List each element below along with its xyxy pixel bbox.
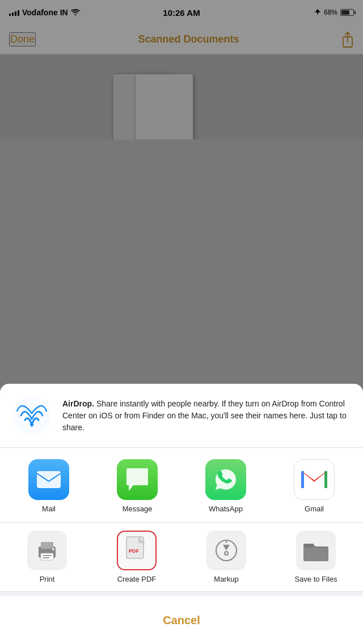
gmail-app-icon bbox=[294, 459, 335, 500]
create-pdf-icon-wrap: PDF bbox=[117, 531, 157, 570]
svg-rect-10 bbox=[43, 555, 52, 556]
mail-app-label: Mail bbox=[42, 505, 56, 513]
apps-section: Mail Message bbox=[0, 448, 363, 523]
action-item-save-to-files[interactable]: Save to Files bbox=[279, 531, 353, 583]
airdrop-description: AirDrop. Share instantly with people nea… bbox=[62, 398, 352, 434]
print-label: Print bbox=[40, 575, 55, 583]
apps-row: Mail Message bbox=[0, 459, 363, 513]
mail-envelope-icon bbox=[36, 471, 61, 489]
actions-row: Print PDF Create PDF bbox=[0, 531, 363, 583]
actions-section: Print PDF Create PDF bbox=[0, 523, 363, 592]
create-pdf-label: Create PDF bbox=[117, 575, 157, 583]
cancel-button[interactable]: Cancel bbox=[7, 604, 356, 636]
action-item-print[interactable]: Print bbox=[10, 531, 84, 583]
message-app-label: Message bbox=[123, 505, 153, 513]
svg-rect-8 bbox=[41, 542, 53, 549]
create-pdf-icon: PDF bbox=[124, 536, 149, 565]
markup-icon-wrap bbox=[206, 531, 246, 570]
svg-point-2 bbox=[12, 396, 51, 435]
airdrop-icon bbox=[11, 395, 52, 436]
print-icon-wrap bbox=[27, 531, 67, 570]
markup-label: Markup bbox=[214, 575, 238, 583]
cancel-section: Cancel bbox=[0, 596, 363, 644]
mail-app-icon bbox=[28, 459, 69, 500]
share-sheet-overlay: AirDrop. Share instantly with people nea… bbox=[0, 0, 363, 644]
svg-point-12 bbox=[52, 548, 54, 550]
svg-rect-4 bbox=[37, 471, 61, 488]
app-item-message[interactable]: Message bbox=[106, 459, 168, 513]
action-item-markup[interactable]: Markup bbox=[189, 531, 263, 583]
gmail-app-label: Gmail bbox=[305, 505, 324, 513]
print-icon bbox=[34, 539, 60, 562]
whatsapp-app-label: WhatsApp bbox=[209, 505, 243, 513]
app-item-gmail[interactable]: Gmail bbox=[283, 459, 345, 513]
share-sheet: AirDrop. Share instantly with people nea… bbox=[0, 384, 363, 644]
airdrop-section[interactable]: AirDrop. Share instantly with people nea… bbox=[0, 384, 363, 448]
airdrop-title: AirDrop. bbox=[62, 399, 94, 408]
svg-point-3 bbox=[30, 423, 33, 426]
save-to-files-label: Save to Files bbox=[294, 575, 337, 583]
save-to-files-icon-wrap bbox=[296, 531, 336, 570]
gmail-logo-icon bbox=[300, 469, 328, 490]
svg-rect-11 bbox=[43, 557, 49, 558]
action-item-create-pdf[interactable]: PDF Create PDF bbox=[100, 531, 174, 583]
app-item-mail[interactable]: Mail bbox=[18, 459, 80, 513]
svg-point-16 bbox=[225, 552, 228, 555]
svg-text:PDF: PDF bbox=[129, 548, 140, 554]
whatsapp-app-icon bbox=[205, 459, 246, 500]
save-to-files-icon bbox=[302, 539, 330, 562]
whatsapp-logo-icon bbox=[212, 466, 239, 493]
markup-icon bbox=[213, 537, 239, 564]
message-app-icon bbox=[117, 459, 158, 500]
message-bubble-icon bbox=[124, 467, 150, 492]
svg-rect-9 bbox=[41, 553, 53, 560]
app-item-whatsapp[interactable]: WhatsApp bbox=[195, 459, 257, 513]
